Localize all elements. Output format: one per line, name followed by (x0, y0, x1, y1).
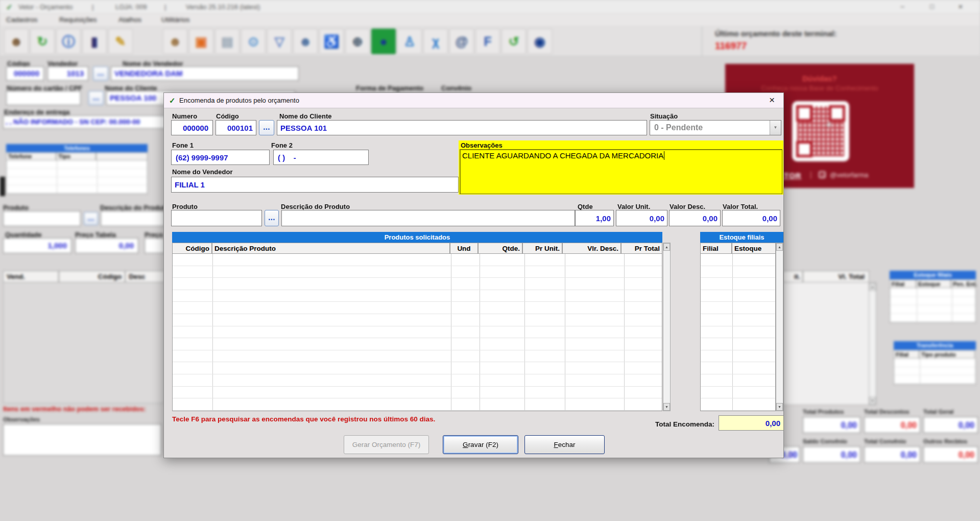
fone2-field[interactable]: ( ) - (273, 150, 369, 165)
situacao-dropdown-arrow-icon[interactable]: ▼ (770, 121, 781, 135)
fechar-button[interactable]: Fechar (524, 435, 605, 454)
copy-document-icon-button[interactable]: ▤ (215, 29, 240, 54)
produtos-grid-body[interactable] (172, 254, 662, 411)
m-produto-browse-button[interactable]: ... (265, 210, 279, 226)
preco-tabela-field[interactable]: 0,00 (75, 238, 138, 253)
scroll-up-icon[interactable]: ▲ (663, 243, 670, 251)
bg-observacoes-field[interactable] (3, 424, 161, 456)
produtos-grid-scrollbar[interactable]: ▲ ▼ (663, 243, 671, 411)
scroll-down-icon[interactable]: ▼ (776, 403, 783, 411)
m-codigo-field[interactable]: 000101 (216, 120, 256, 135)
menu-utilitarios[interactable]: Utilitários (161, 16, 190, 23)
m-estoque-scrollbar[interactable]: ▲ ▼ (776, 243, 783, 411)
web-store-icon-button[interactable]: ⊕ (345, 29, 370, 54)
edit-pencil-icon-button[interactable]: ✎ (108, 29, 133, 54)
person-icon: ☻ (299, 35, 312, 48)
preco-oferta-field[interactable] (145, 238, 164, 253)
m-nome-vendedor-field[interactable]: FILIAL 1 (171, 177, 459, 193)
modal-close-button[interactable]: × (769, 94, 775, 106)
table-row (701, 350, 775, 363)
table-row (7, 160, 147, 169)
target-icon: ◉ (534, 35, 545, 48)
ribbon-icon: χ (432, 35, 439, 48)
wheelchair-icon-button[interactable]: ♿ (319, 29, 344, 54)
bg-produto-browse-button[interactable]: ... (84, 212, 98, 225)
bg-produto-field[interactable] (3, 211, 81, 226)
observacoes-text: CLIENTE AGUARDANDO A CHEGADA DA MERCADOR… (462, 151, 664, 160)
valor-unit-field[interactable]: 0,00 (616, 210, 667, 226)
scroll-down-icon[interactable]: ▼ (869, 397, 876, 405)
col-pr-total: Pr Total (621, 243, 662, 254)
scroll-up-icon[interactable]: ▲ (776, 243, 783, 251)
blue-person-icon-button[interactable]: ♙ (397, 29, 422, 54)
maximize-button[interactable]: □ (920, 3, 944, 10)
bg-transferencia-rows[interactable] (894, 359, 976, 385)
produtos-grid-columns: Código Descrição Produto Und Qtde. Pr Un… (172, 243, 662, 254)
menu-atalhos[interactable]: Atalhos (118, 16, 141, 23)
nome-vendedor-field[interactable]: VENDEDORA DAM (111, 66, 299, 81)
info-icon-button[interactable]: ⓘ (56, 29, 81, 54)
modal-titlebar: ✓ Encomenda de produtos pelo orçamento × (164, 93, 783, 108)
m-produto-field[interactable] (171, 210, 262, 226)
bg-descricao-field[interactable] (101, 211, 164, 226)
info-icon: ⓘ (62, 35, 75, 48)
save-icon-button[interactable]: ▮ (82, 29, 107, 54)
f-logo-icon-button[interactable]: F (475, 29, 500, 54)
table-row (701, 254, 775, 266)
person-icon-button[interactable]: ☻ (293, 29, 318, 54)
cartao-cpf-field[interactable] (6, 91, 81, 105)
situacao-dropdown[interactable]: 0 - Pendente ▼ (650, 120, 781, 135)
m-descricao-label: Descrição do Produto (281, 203, 350, 210)
last-budget-value: 116977 (715, 40, 747, 52)
ribbon-icon-button[interactable]: χ (423, 29, 448, 54)
m-nome-cliente-field[interactable]: PESSOA 101 (277, 120, 647, 135)
m-estoque-body[interactable] (700, 254, 776, 411)
telefones-rows[interactable] (6, 160, 148, 194)
table-row (701, 302, 775, 314)
gravar-button[interactable]: Gravar (F2) (443, 435, 518, 454)
catalog-book-icon-button[interactable]: ▽ (267, 29, 292, 54)
at-spiral-icon-button[interactable]: @ (449, 29, 474, 54)
vendedor-field[interactable]: 1013 (47, 66, 88, 81)
observacoes-panel: Observações CLIENTE AGUARDANDO A CHEGADA… (459, 140, 783, 195)
search-icon-button[interactable]: ⊙ (241, 29, 266, 54)
clients-icon-button[interactable]: ☻ (4, 29, 29, 54)
total-geral-label: Total Geral (923, 409, 953, 415)
scroll-down-icon[interactable]: ▼ (663, 403, 670, 411)
fone1-field[interactable]: (62) 9999-9997 (171, 150, 270, 165)
total-encomenda-value: 0,00 (719, 415, 784, 431)
cliente-browse-button[interactable]: ... (88, 91, 104, 105)
qtde-field[interactable]: 1,00 (575, 210, 614, 226)
observacoes-textarea[interactable]: CLIENTE AGUARDANDO A CHEGADA DA MERCADOR… (460, 149, 782, 194)
bg-right-grid-body[interactable] (782, 282, 869, 405)
pen-ent-col: Pen. Ent. (951, 279, 976, 288)
bg-estoque-rows[interactable] (890, 288, 976, 323)
table-row (701, 278, 775, 290)
m-cliente-browse-button[interactable]: ... (259, 120, 274, 135)
menu-cadastros[interactable]: Cadastros (6, 16, 38, 23)
bg-right-grid-scrollbar[interactable]: ▲ ▼ (869, 282, 876, 405)
table-row (701, 338, 775, 350)
bg-right-grid-header: it. Vl. Total (782, 271, 876, 282)
close-window-button[interactable]: × (949, 2, 972, 11)
target-icon-button[interactable]: ◉ (528, 29, 552, 54)
m-descricao-field[interactable] (281, 210, 575, 226)
outros-recbtos-label: Outros Recbtos (923, 438, 967, 444)
scroll-up-icon[interactable]: ▲ (869, 283, 876, 291)
client-photo-icon-button[interactable]: ▣ (189, 29, 213, 54)
bg-items-grid-body[interactable] (3, 282, 164, 404)
brazil-flag-icon-button[interactable]: ● (371, 29, 396, 54)
menu-requisicoes[interactable]: Requisições (59, 16, 97, 23)
gerar-orcamento-button[interactable]: Gerar Orçamento (F7) (344, 435, 429, 454)
numero-field[interactable]: 000000 (171, 120, 213, 135)
vendedor-browse-button[interactable]: ... (93, 66, 108, 81)
customers-group-icon-button[interactable]: ☻ (163, 29, 187, 54)
valor-desc-field[interactable]: 0,00 (669, 210, 721, 226)
valor-total-field[interactable]: 0,00 (722, 210, 780, 226)
minimize-button[interactable]: – (891, 3, 914, 10)
quantidade-field[interactable]: 1,000 (3, 238, 71, 253)
codigo-field[interactable]: 000000 (6, 66, 44, 81)
sync-icon-button[interactable]: ↺ (501, 29, 526, 54)
refresh-icon-button[interactable]: ↻ (30, 29, 55, 54)
col-und: Und (450, 243, 478, 254)
